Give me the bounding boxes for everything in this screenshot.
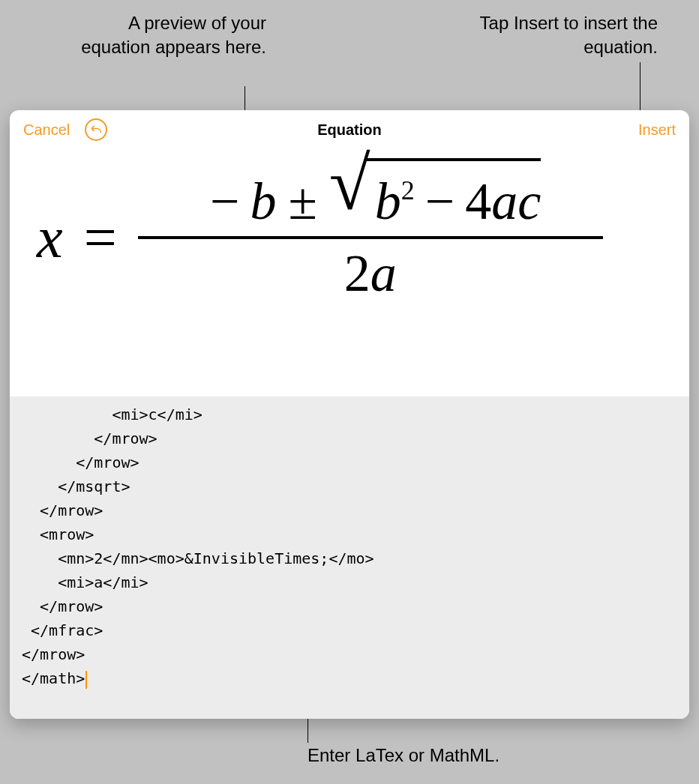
equation-numerator: − b ± √ b 2 − 4ac [200, 172, 541, 232]
callout-insert: Tap Insert to insert the equation. [448, 11, 658, 59]
equation-sup2: 2 [401, 175, 415, 206]
equation-var-c: c [518, 172, 541, 230]
insert-button[interactable]: Insert [638, 121, 676, 139]
equation-fraction-bar [138, 236, 603, 239]
equation-minus: − [210, 172, 239, 232]
code-text: <mi>c</mi> </mrow> </mrow> </msqrt> </mr… [22, 405, 374, 687]
equation-var-b2: b [375, 172, 401, 232]
equation-preview: x = − b ± √ b 2 − 4ac [10, 149, 689, 396]
equation-plusminus: ± [288, 172, 316, 232]
leader-line [640, 62, 640, 110]
callout-preview: A preview of your equation appears here. [56, 11, 266, 59]
equation-four: 4 [465, 172, 491, 230]
equation-minus2: − [425, 172, 454, 232]
cancel-button[interactable]: Cancel [23, 121, 70, 139]
equation-dialog: Cancel Equation Insert x = − b ± √ [10, 110, 689, 719]
text-caret [86, 671, 87, 689]
equation-vinculum [367, 158, 541, 161]
undo-button[interactable] [85, 118, 107, 141]
equation-radicand: b 2 − 4ac [370, 172, 542, 232]
equation-equals: = [84, 204, 117, 271]
equation-fraction: − b ± √ b 2 − 4ac [138, 172, 603, 304]
callout-enter: Enter LaTex or MathML. [308, 744, 555, 768]
equation-var-b: b [250, 172, 276, 232]
equation-code-input[interactable]: <mi>c</mi> </mrow> </mrow> </msqrt> </mr… [10, 396, 689, 719]
equation-denominator: 2a [344, 244, 397, 304]
dialog-title: Equation [10, 121, 689, 139]
equation-two: 2 [344, 244, 370, 304]
equation-sqrt: √ b 2 − 4ac [329, 172, 541, 232]
equation-render: x = − b ± √ b 2 − 4ac [37, 172, 662, 304]
equation-var-a: a [491, 172, 518, 230]
equation-var-x: x [37, 204, 63, 271]
undo-icon [89, 123, 103, 136]
equation-var-a2: a [370, 244, 397, 304]
radical-icon: √ [329, 161, 370, 208]
